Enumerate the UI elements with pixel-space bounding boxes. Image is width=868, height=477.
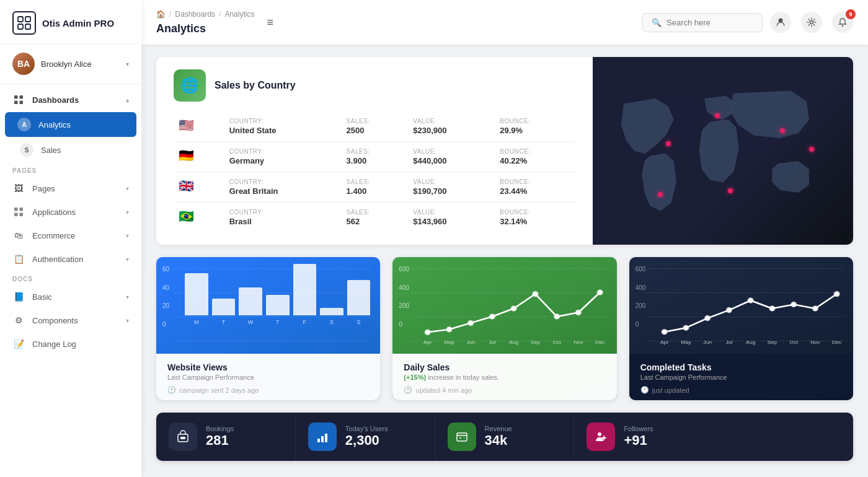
sep1: / bbox=[169, 10, 171, 19]
flag-cell: 🇩🇪 bbox=[174, 142, 224, 172]
breadcrumb-path: 🏠 / Dashboards / Analytics bbox=[156, 10, 254, 19]
bar bbox=[320, 308, 343, 315]
user-name: Brooklyn Alice bbox=[41, 59, 120, 69]
svg-text:Oct: Oct bbox=[789, 339, 798, 345]
today-users-value: 2,300 bbox=[345, 432, 388, 449]
revenue-icon-wrap bbox=[448, 422, 476, 451]
svg-point-20 bbox=[533, 292, 538, 297]
svg-rect-6 bbox=[14, 101, 18, 105]
avatar: BA bbox=[12, 53, 35, 75]
svg-point-40 bbox=[812, 306, 818, 311]
value-cell: Value: $230,900 bbox=[408, 112, 495, 142]
country-cell: Country: United State bbox=[224, 112, 342, 142]
sidebar-item-pages[interactable]: 🖼 Pages ▾ bbox=[0, 177, 141, 200]
followers-icon-wrap bbox=[587, 422, 615, 451]
followers-value: +91 bbox=[624, 432, 653, 449]
clock-icon-tasks: 🕐 bbox=[640, 386, 649, 394]
bounce-cell: Bounce: 32.14% bbox=[495, 203, 575, 233]
settings-icon-btn[interactable] bbox=[801, 12, 822, 33]
basic-icon: 📘 bbox=[12, 291, 25, 303]
svg-point-13 bbox=[810, 21, 813, 24]
charts-row: 60 40 20 0 M T W T F S S bbox=[156, 257, 853, 400]
pages-caret: ▾ bbox=[126, 185, 129, 192]
completed-tasks-card: 600 400 200 0 AprMayJunJulAugSepOctNovDe… bbox=[629, 257, 853, 400]
sidebar-item-sales[interactable]: S Sales bbox=[0, 138, 141, 162]
svg-rect-4 bbox=[14, 95, 18, 99]
analytics-label: Analytics bbox=[38, 120, 124, 129]
sales-card-title: Sales by Country bbox=[215, 80, 296, 91]
country-cell: Country: Brasil bbox=[224, 203, 342, 233]
svg-rect-9 bbox=[20, 208, 24, 211]
user-profile[interactable]: BA Brooklyn Alice ▾ bbox=[0, 44, 141, 84]
clock-icon-sales: 🕐 bbox=[404, 386, 412, 394]
search-input[interactable] bbox=[666, 18, 753, 27]
sidebar-item-applications[interactable]: Applications ▾ bbox=[0, 200, 141, 224]
world-map bbox=[593, 57, 853, 245]
bounce-cell: Bounce: 40.22% bbox=[495, 142, 575, 172]
map-dot-usa bbox=[666, 141, 671, 146]
svg-text:Nov: Nov bbox=[810, 339, 820, 345]
followers-label: Followers bbox=[624, 425, 653, 432]
svg-point-16 bbox=[446, 327, 452, 332]
stat-revenue: Revenue 34k bbox=[435, 413, 575, 461]
bookings-value: 281 bbox=[206, 432, 234, 449]
bar bbox=[185, 273, 208, 315]
dashboards-label: Dashboards bbox=[32, 95, 118, 105]
website-views-card: 60 40 20 0 M T W T F S S bbox=[156, 257, 380, 400]
svg-rect-3 bbox=[25, 24, 30, 29]
flag-cell: 🇧🇷 bbox=[174, 203, 224, 233]
stat-followers: Followers +91 bbox=[574, 413, 714, 461]
home-icon: 🏠 bbox=[156, 10, 166, 19]
country-cell: Country: Germany bbox=[224, 142, 342, 172]
clock-icon-views: 🕐 bbox=[167, 386, 176, 394]
daily-sales-subtitle: (+15%) increase in today sales. bbox=[404, 374, 605, 381]
bar-col: T bbox=[212, 299, 236, 325]
flag-cell: 🇺🇸 bbox=[174, 112, 224, 142]
table-row: 🇧🇷 Country: Brasil Sales: 562 Value: $14… bbox=[174, 203, 575, 233]
sidebar-item-ecommerce[interactable]: 🛍 Ecommerce ▾ bbox=[0, 224, 141, 247]
dashboards-caret: ▴ bbox=[126, 97, 129, 103]
menu-icon[interactable]: ≡ bbox=[267, 16, 273, 29]
svg-point-15 bbox=[425, 330, 431, 335]
bar-col: M bbox=[185, 273, 208, 325]
search-box[interactable]: 🔍 bbox=[642, 13, 763, 32]
svg-point-39 bbox=[791, 302, 797, 307]
bar-col: W bbox=[239, 287, 262, 325]
pages-icon: 🖼 bbox=[12, 182, 25, 195]
sidebar-item-dashboards[interactable]: Dashboards ▴ bbox=[0, 88, 141, 112]
sidebar-item-components[interactable]: ⚙ Components ▾ bbox=[0, 309, 141, 332]
bar-label: S bbox=[357, 319, 361, 325]
svg-rect-10 bbox=[14, 213, 18, 217]
sidebar-item-changelog[interactable]: 📝 Change Log bbox=[0, 332, 141, 356]
user-icon-btn[interactable] bbox=[770, 12, 791, 33]
components-caret: ▾ bbox=[126, 317, 129, 324]
today-users-label: Today's Users bbox=[345, 425, 388, 432]
svg-rect-53 bbox=[317, 439, 320, 442]
svg-point-37 bbox=[748, 298, 753, 303]
svg-text:Apr: Apr bbox=[660, 339, 669, 345]
sidebar-item-analytics[interactable]: A Analytics bbox=[5, 112, 136, 137]
notifications-icon-btn[interactable]: 9 bbox=[832, 12, 853, 33]
website-views-meta: 🕐 campaign sent 2 days ago bbox=[167, 386, 369, 394]
bar bbox=[266, 295, 290, 315]
svg-text:Apr: Apr bbox=[423, 339, 432, 345]
sales-by-country-card: 🌐 Sales by Country 🇺🇸 Country: United St… bbox=[156, 57, 853, 245]
website-views-chart: 60 40 20 0 M T W T F S S bbox=[156, 257, 380, 354]
daily-sales-title: Daily Sales bbox=[404, 362, 605, 372]
sidebar-item-authentication[interactable]: 📋 Authentication ▾ bbox=[0, 247, 141, 271]
sidebar-item-basic[interactable]: 📘 Basic ▾ bbox=[0, 285, 141, 309]
sales-card-left: 🌐 Sales by Country 🇺🇸 Country: United St… bbox=[156, 57, 593, 245]
breadcrumb-dashboards: Dashboards bbox=[175, 10, 215, 19]
svg-rect-8 bbox=[14, 208, 18, 211]
ecommerce-caret: ▾ bbox=[126, 232, 129, 239]
completed-tasks-svg-wrap: AprMayJunJulAugSepOctNovDec bbox=[639, 269, 843, 349]
svg-point-57 bbox=[598, 432, 601, 436]
changelog-label: Change Log bbox=[32, 339, 129, 349]
svg-rect-0 bbox=[18, 17, 23, 22]
svg-text:Jun: Jun bbox=[703, 339, 712, 345]
table-row: 🇬🇧 Country: Great Britain Sales: 1.400 V… bbox=[174, 172, 575, 203]
bar-label: W bbox=[248, 319, 254, 325]
topbar: 🏠 / Dashboards / Analytics Analytics ≡ 🔍 bbox=[141, 0, 868, 45]
svg-point-36 bbox=[726, 308, 732, 313]
svg-text:Aug: Aug bbox=[509, 339, 519, 345]
